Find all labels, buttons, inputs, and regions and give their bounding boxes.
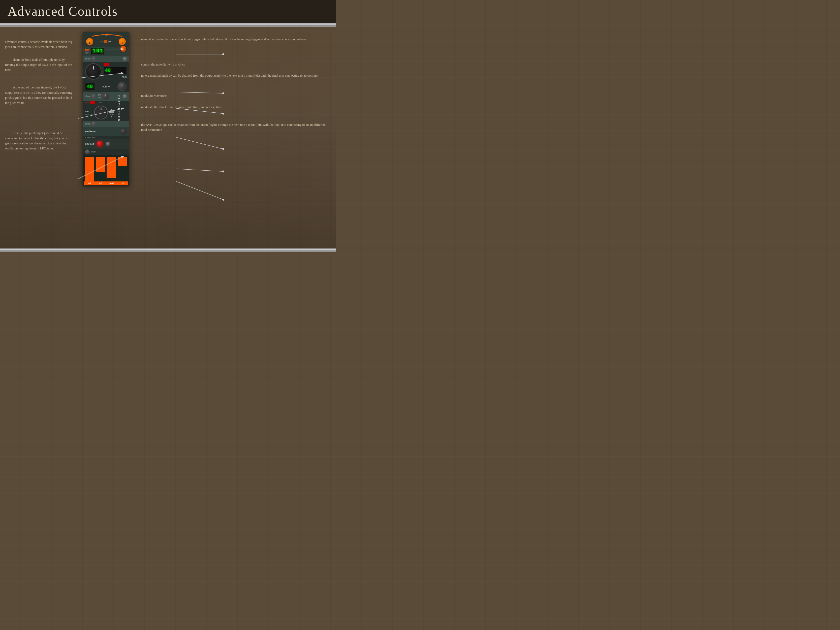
bpm-section: 48 bpm <box>83 62 129 81</box>
right-annotation-1: manual activation button acts as input t… <box>141 37 328 42</box>
right-annotation-2: control the note dial with pitch cv <box>141 62 328 67</box>
lock-label: lock <box>85 101 89 104</box>
bar-label-rel: rel <box>117 182 128 185</box>
side-label: PLAYERTRON <box>117 96 120 122</box>
chain-right-jack-1[interactable] <box>123 57 127 61</box>
right-annotation-3: note-generated pitch cv can be chained f… <box>141 73 328 78</box>
trig-led-display: 1 0 1 <box>91 47 104 55</box>
waveform-icon: form <box>109 108 114 117</box>
form-dot <box>111 116 112 117</box>
audio-chain-row: chain <box>83 121 129 127</box>
note-knob[interactable] <box>117 82 126 91</box>
bpm-knob[interactable] <box>85 63 101 80</box>
voct-right-jack[interactable] <box>123 94 127 98</box>
right-annotation-6: the AVHR envelope can be chained from th… <box>141 122 328 132</box>
avhr-label: a o o v h o o r <box>85 136 98 139</box>
audio-label-row: audio out <box>85 128 127 135</box>
chain-small-row-1: chain <box>83 56 129 62</box>
bar-hold <box>107 157 116 178</box>
env-out-label: env out <box>85 143 94 145</box>
bar-col-rel: rel <box>117 157 128 185</box>
led-digit-3: 1 <box>100 48 103 54</box>
bar-col-vol: vol <box>95 157 106 185</box>
bar-att <box>85 157 94 182</box>
voct-chain-row: chain 1v/oct <box>83 92 129 101</box>
trig-section: trig /gate 1 0 1 <box>83 47 129 56</box>
note-section: 48 note <box>83 81 129 92</box>
left-annotation-4: usually, this pitch input jack should be… <box>5 131 73 151</box>
bpm-digits: 48 <box>105 68 111 73</box>
wave-bar-2 <box>111 110 111 113</box>
manual-trigger-btn[interactable] <box>120 45 127 52</box>
chain-small-knob-1[interactable] <box>92 57 96 61</box>
osc-section: osc 1v/oct in form <box>83 104 129 121</box>
wave-bar-4 <box>112 110 113 113</box>
chain-rect <box>104 40 107 43</box>
note-digit: 48 <box>87 84 93 90</box>
trig-label: trig <box>85 48 90 51</box>
env-out-section: env out <box>83 139 129 149</box>
bpm-label: bpm <box>104 75 127 78</box>
bar-label-hold: hold <box>106 182 117 185</box>
voct-chain-knob[interactable] <box>92 94 96 98</box>
wave-bar-5 <box>114 111 114 113</box>
note-dot <box>108 86 110 87</box>
page-title: Advanced Controls <box>8 4 328 19</box>
out-label: out <box>99 101 102 104</box>
bpm-right: 48 bpm <box>104 63 127 78</box>
note-label-row: note <box>102 85 110 88</box>
avhr-dots-row: a o o v h o o r <box>83 136 129 139</box>
chain-header: -chain- <box>83 32 129 36</box>
chain-in-out-row: in put <box>83 36 129 47</box>
led-digit-2: 0 <box>96 48 99 54</box>
wave-bars <box>109 108 114 113</box>
chain-bottom: chain <box>83 149 129 155</box>
bar-rel <box>118 157 127 166</box>
chain-out-knob[interactable] <box>118 38 126 46</box>
divider-top <box>0 23 336 27</box>
wave-bar-1 <box>109 111 110 113</box>
bpm-red-rect[interactable] <box>104 63 109 66</box>
env-red-button[interactable] <box>96 140 104 148</box>
chain-in-knob[interactable] <box>86 38 94 46</box>
bar-vol <box>96 157 105 172</box>
osc-sub-label: 1v/oct in <box>85 113 93 115</box>
lock-red-rect[interactable] <box>90 101 95 104</box>
left-annotation-2: chain the bmp dials of multiple units by… <box>5 57 73 73</box>
module: PLAYERTRON -chain- in put <box>83 32 129 185</box>
env-right-jack[interactable] <box>106 142 110 146</box>
right-annotation-4: modulate waveform <box>141 93 328 98</box>
bottom-bar <box>0 248 336 252</box>
audio-out-jack[interactable] <box>120 128 127 135</box>
chain-bottom-text: chain <box>91 150 96 153</box>
left-annotation-1: advanced controls become available when … <box>5 39 73 50</box>
voct-knob[interactable] <box>102 93 110 100</box>
led-digit-1: 1 <box>92 48 96 54</box>
chain-bottom-knob[interactable] <box>85 150 90 154</box>
note-display: 48 <box>85 83 95 90</box>
audio-chain-knob[interactable] <box>92 122 96 126</box>
right-annotation-5: modulate the attack time, volume, hold t… <box>141 104 328 110</box>
audio-out-label: audio out <box>85 130 96 133</box>
bar-label-att: att <box>84 182 95 185</box>
in-label: in <box>101 40 103 43</box>
module-container: PLAYERTRON -chain- in put <box>78 32 134 185</box>
chain-text-1: chain <box>85 57 91 60</box>
avhr-bars: att vol hold rel <box>83 155 129 185</box>
left-annotations: advanced controls become available when … <box>0 32 78 161</box>
bpm-display: 48 <box>104 67 127 74</box>
right-annotations: manual activation button acts as input t… <box>134 32 336 141</box>
osc-knob[interactable] <box>94 106 108 120</box>
osc-left: osc 1v/oct in <box>85 110 93 115</box>
chain-label: -chain- <box>101 33 111 36</box>
osc-label: osc <box>85 110 93 113</box>
audio-out-section: audio out <box>83 127 129 136</box>
wave-bar-3 <box>111 109 112 113</box>
env-label-col: env out <box>85 143 94 145</box>
main-content: advanced controls become available when … <box>0 27 336 252</box>
lock-out-row: lock out <box>83 101 129 104</box>
bar-col-att: att <box>84 157 95 185</box>
chain-text-audio: chain <box>85 123 91 125</box>
header: Advanced Controls <box>0 0 336 23</box>
note-label: note <box>102 85 107 88</box>
